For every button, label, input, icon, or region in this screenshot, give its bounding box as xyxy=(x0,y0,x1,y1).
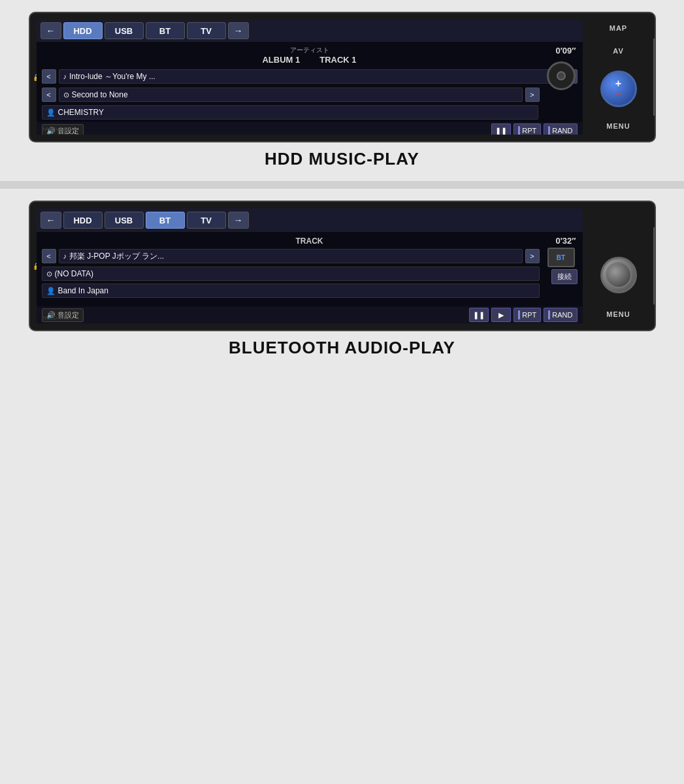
content-2: 0′32″ TRACK < ♪ 邦楽 J-POP Jポップ ラン... > xyxy=(37,232,583,306)
album-disc-area-1 xyxy=(545,60,578,91)
artist-name-2: Band In Japan xyxy=(58,286,108,295)
content-1: 0′09″ アーティスト ALBUM 1 TRACK 1 < ♪ Intro-l… xyxy=(37,42,583,122)
rand-label-2: RAND xyxy=(552,311,572,319)
info-area-1: アーティスト ALBUM 1 TRACK 1 xyxy=(42,44,578,66)
device-body-1: 🔒 ← HDD USB BT TV → 0′09″ アーティスト AL xyxy=(29,12,656,142)
tab-usb-2[interactable]: USB xyxy=(105,212,144,229)
play-btn-2[interactable]: ▶ xyxy=(491,308,511,322)
unit2-label: BLUETOOTH AUDIO-PLAY xyxy=(229,338,455,358)
menu-btn-2[interactable]: MENU xyxy=(606,310,630,318)
map-btn-1[interactable]: MAP xyxy=(610,24,627,32)
model-label-1: NH2D-W62S xyxy=(43,126,73,132)
tab-bt-2[interactable]: BT xyxy=(146,212,185,229)
model-label-2: NH2D-W62S xyxy=(43,315,73,321)
track-row-1: < ♪ Intro-lude ～You're My ... > xyxy=(42,69,578,84)
album-prev-btn-1[interactable]: < xyxy=(42,88,56,102)
rand-bar-icon-1 xyxy=(548,126,550,135)
track-info-1: TRACK 1 xyxy=(319,55,356,65)
rpt-btn-1[interactable]: RPT xyxy=(513,123,541,135)
tab-tv-2[interactable]: TV xyxy=(187,212,226,229)
separator xyxy=(0,181,684,189)
album-disc-inner-1 xyxy=(557,71,566,80)
right-panel-1: MAP AV + − MENU xyxy=(583,13,655,141)
album-text-2: ⊙ (NO DATA) xyxy=(42,267,540,281)
av-btn-1[interactable]: AV xyxy=(613,47,623,55)
connect-btn-2[interactable]: 接続 xyxy=(551,269,578,284)
album-disc-1 xyxy=(547,61,576,90)
rpt-bar-icon-2 xyxy=(518,310,520,319)
artist-row-2: 👤 Band In Japan xyxy=(42,284,540,298)
tab-hdd-1[interactable]: HDD xyxy=(63,22,103,39)
artist-icon-2: 👤 xyxy=(46,287,56,295)
album-name-2: (NO DATA) xyxy=(55,269,94,278)
pause-btn-1[interactable]: ❚❚ xyxy=(491,123,511,135)
track-row-2: < ♪ 邦楽 J-POP Jポップ ラン... > xyxy=(42,248,540,264)
volume-knob-inner-2 xyxy=(606,262,632,288)
music-note-icon-1: ♪ xyxy=(63,73,67,80)
bottom-controls-1: 🔊 音設定 ❚❚ RPT RAND xyxy=(37,122,583,135)
divider-1 xyxy=(653,39,655,116)
music-note-icon-2: ♪ xyxy=(63,252,67,260)
tab-back-btn-1[interactable]: ← xyxy=(41,22,61,39)
rand-label-1: RAND xyxy=(552,127,572,135)
time-display-2: 0′32″ xyxy=(555,236,576,246)
rand-btn-2[interactable]: RAND xyxy=(544,308,577,322)
track-prev-btn-1[interactable]: < xyxy=(42,69,56,84)
tab-tv-1[interactable]: TV xyxy=(187,22,226,39)
artist-icon-1: 👤 xyxy=(46,108,56,117)
vol-plus-icon-1: + xyxy=(615,78,621,89)
vol-minus-icon-1: − xyxy=(615,89,621,99)
track-text-1: ♪ Intro-lude ～You're My ... xyxy=(59,69,561,84)
info-values-1: ALBUM 1 TRACK 1 xyxy=(262,55,356,65)
pause-btn-2[interactable]: ❚❚ xyxy=(469,308,489,322)
rpt-label-2: RPT xyxy=(522,311,536,319)
album-info-1: ALBUM 1 xyxy=(262,55,300,65)
device-body-2: 🔒 ← HDD USB BT TV → 0′32″ TRACK xyxy=(29,201,656,331)
unit2: 🔒 ← HDD USB BT TV → 0′32″ TRACK xyxy=(0,189,684,370)
screen-2: ← HDD USB BT TV → 0′32″ TRACK < xyxy=(37,208,583,323)
menu-btn-1[interactable]: MENU xyxy=(606,122,630,130)
track-name-2: 邦楽 J-POP Jポップ ラン... xyxy=(69,251,164,262)
rand-bar-icon-2 xyxy=(548,310,550,319)
time-display-1: 0′09″ xyxy=(555,46,576,56)
volume-knob-2[interactable] xyxy=(600,257,637,293)
track-label-2: TRACK xyxy=(296,237,323,246)
tab-back-btn-2[interactable]: ← xyxy=(41,212,61,229)
album-name-1: Second to None xyxy=(72,90,128,99)
track-text-2: ♪ 邦楽 J-POP Jポップ ラン... xyxy=(59,249,523,263)
album-row-2: ⊙ (NO DATA) xyxy=(42,267,540,281)
right-panel-2: MENU xyxy=(583,202,655,330)
unit1: 🔒 ← HDD USB BT TV → 0′09″ アーティスト AL xyxy=(0,0,684,181)
tab-bar-2: ← HDD USB BT TV → xyxy=(37,208,583,232)
track-prev-btn-2[interactable]: < xyxy=(42,249,56,263)
tab-fwd-btn-2[interactable]: → xyxy=(228,212,249,229)
artist-name-1: CHEMISTRY xyxy=(58,108,104,117)
track-name-1: Intro-lude ～You're My ... xyxy=(69,71,155,82)
track-next-btn-2[interactable]: > xyxy=(525,249,540,263)
rpt-btn-2[interactable]: RPT xyxy=(513,308,541,322)
volume-knob-1[interactable]: + − xyxy=(600,71,637,107)
album-row-1: < ⊙ Second to None > xyxy=(42,87,540,103)
album-next-btn-1[interactable]: > xyxy=(525,88,540,102)
tab-usb-1[interactable]: USB xyxy=(105,22,144,39)
artist-text-2: 👤 Band In Japan xyxy=(42,284,540,298)
artist-text-1: 👤 CHEMISTRY xyxy=(42,105,538,120)
bottom-controls-2: 🔊 音設定 ❚❚ ▶ RPT RAND xyxy=(37,306,583,323)
divider-2 xyxy=(653,227,655,304)
tab-bt-1[interactable]: BT xyxy=(146,22,185,39)
disc-icon-2: ⊙ xyxy=(46,270,52,278)
tab-fwd-btn-1[interactable]: → xyxy=(228,22,249,39)
rpt-label-1: RPT xyxy=(522,127,536,135)
album-text-1: ⊙ Second to None xyxy=(59,88,523,102)
tab-bar-1: ← HDD USB BT TV → xyxy=(37,20,583,42)
unit1-label: HDD MUSIC-PLAY xyxy=(265,149,419,169)
info-area-2: TRACK xyxy=(42,235,578,246)
disc-icon-1: ⊙ xyxy=(63,91,69,99)
bt-badge-2: BT xyxy=(547,248,575,267)
artist-row-1: 👤 CHEMISTRY xyxy=(42,105,538,120)
rpt-bar-icon-1 xyxy=(518,126,520,135)
label-jp-1: アーティスト xyxy=(290,46,329,55)
tab-hdd-2[interactable]: HDD xyxy=(63,212,103,229)
screen-1: ← HDD USB BT TV → 0′09″ アーティスト ALBUM 1 T… xyxy=(37,20,583,135)
rand-btn-1[interactable]: RAND xyxy=(544,123,577,135)
